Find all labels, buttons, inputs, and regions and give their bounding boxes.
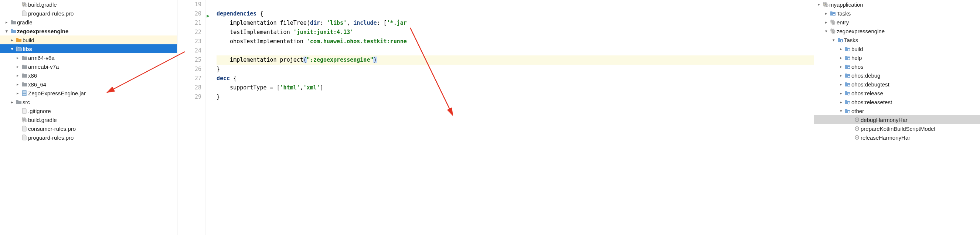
- code-line[interactable]: testImplementation 'junit:junit:4.13': [216, 28, 814, 37]
- file-icon: [21, 125, 28, 132]
- tree-item-label: arm64-v8a: [28, 55, 55, 61]
- tree-item-label: Tasks: [837, 10, 851, 17]
- elephant-icon: 🐘: [21, 2, 28, 7]
- gradle-tree-item[interactable]: ▸🐘entry: [814, 18, 980, 27]
- gradle-tree-item[interactable]: ▾other: [814, 106, 980, 115]
- tree-item-label: ohos: [851, 64, 864, 70]
- code-line[interactable]: supportType = ['html','xml']: [216, 83, 814, 92]
- gradle-tree-item[interactable]: ▸ohos:releasetest: [814, 98, 980, 106]
- code-line[interactable]: implementation fileTree(dir: 'libs', inc…: [216, 19, 814, 28]
- expand-arrow-icon[interactable]: ▸: [838, 46, 844, 51]
- gradle-tree-item[interactable]: ▾Tasks: [814, 35, 980, 44]
- gradle-tree-item[interactable]: ▸Tasks: [814, 9, 980, 18]
- expand-arrow-icon[interactable]: ▸: [838, 64, 844, 69]
- project-tree-item[interactable]: ▸x86_64: [0, 80, 177, 89]
- code-editor[interactable]: 1920▶212223242526272829 dependencies { i…: [177, 0, 814, 235]
- run-gutter-icon[interactable]: ▶: [207, 11, 210, 20]
- project-tree-item[interactable]: ▸arm64-v8a: [0, 53, 177, 62]
- gradle-tree-item[interactable]: ▸help: [814, 53, 980, 62]
- expand-arrow-icon[interactable]: ▸: [4, 20, 10, 25]
- gradle-tree-item[interactable]: ▸ohos:debug: [814, 71, 980, 80]
- expand-arrow-icon[interactable]: ▾: [4, 29, 10, 33]
- gradle-tree-item[interactable]: ▾🐘myapplication: [814, 0, 980, 9]
- expand-arrow-icon[interactable]: ▸: [838, 73, 844, 78]
- expand-arrow-icon[interactable]: ▾: [838, 109, 844, 113]
- folder-gear-icon: [844, 64, 851, 69]
- folder-grey-icon: [21, 64, 28, 69]
- expand-arrow-icon[interactable]: ▾: [823, 29, 829, 33]
- code-line[interactable]: dependencies {: [216, 9, 814, 19]
- git-icon: [21, 108, 28, 114]
- project-tree-item[interactable]: 🐘build.gradle: [0, 115, 177, 124]
- project-tree-item[interactable]: ▸src: [0, 98, 177, 106]
- expand-arrow-icon[interactable]: ▾: [9, 46, 15, 51]
- code-line[interactable]: }: [216, 92, 814, 102]
- folder-grey-icon: [15, 99, 22, 105]
- project-tree-item[interactable]: ▾zegoexpressengine: [0, 27, 177, 35]
- gradle-tree-item[interactable]: ▸ohos:debugtest: [814, 80, 980, 89]
- expand-arrow-icon[interactable]: ▸: [15, 56, 21, 60]
- svg-point-8: [848, 75, 850, 78]
- expand-arrow-icon[interactable]: ▸: [838, 82, 844, 87]
- elephant-icon: 🐘: [21, 117, 28, 123]
- tree-item-label: build: [851, 46, 863, 52]
- tree-item-label: releaseHarmonyHar: [861, 135, 910, 141]
- project-tree-item[interactable]: ▸x86: [0, 71, 177, 80]
- gradle-tree-item[interactable]: ▸build: [814, 44, 980, 53]
- expand-arrow-icon[interactable]: ▾: [831, 38, 837, 43]
- code-line[interactable]: implementation project(":zegoexpressengi…: [216, 56, 814, 65]
- code-line[interactable]: [216, 46, 814, 56]
- expand-arrow-icon[interactable]: ▸: [15, 82, 21, 87]
- line-number: 29: [177, 92, 201, 102]
- folder-blue-icon: [15, 46, 22, 51]
- tree-item-label: x86: [28, 72, 37, 79]
- expand-arrow-icon[interactable]: ▸: [838, 56, 844, 60]
- svg-point-12: [848, 111, 850, 113]
- expand-arrow-icon[interactable]: ▸: [823, 11, 829, 16]
- code-line[interactable]: [216, 0, 814, 9]
- expand-arrow-icon[interactable]: ▸: [823, 20, 829, 25]
- tree-item-label: libs: [22, 46, 32, 52]
- project-tree-item[interactable]: .gitignore: [0, 106, 177, 115]
- tree-item-label: ZegoExpressEngine.jar: [28, 90, 86, 97]
- elephant-icon: 🐘: [829, 19, 837, 25]
- project-tree-panel: 🐘build.gradleproguard-rules.pro▸gradle▾z…: [0, 0, 177, 235]
- expand-arrow-icon[interactable]: ▸: [9, 38, 15, 43]
- project-tree-item[interactable]: consumer-rules.pro: [0, 124, 177, 133]
- project-tree-item[interactable]: ▸ZegoExpressEngine.jar: [0, 89, 177, 98]
- gradle-tree-item[interactable]: prepareKotlinBuildScriptModel: [814, 124, 980, 133]
- expand-arrow-icon[interactable]: ▸: [15, 91, 21, 96]
- project-tree-item[interactable]: ▾libs: [0, 44, 177, 53]
- gear-icon: [853, 135, 861, 140]
- project-tree-item[interactable]: ▸build: [0, 35, 177, 44]
- gradle-tree-item[interactable]: ▸ohos: [814, 62, 980, 71]
- tree-item-label: ohos:debugtest: [851, 81, 889, 87]
- gradle-tree-item[interactable]: ▾🐘zegoexpressengine: [814, 27, 980, 35]
- expand-arrow-icon[interactable]: ▸: [15, 73, 21, 78]
- folder-blue-icon: [10, 29, 17, 33]
- folder-gear-icon: [829, 11, 837, 16]
- code-line[interactable]: decc {: [216, 74, 814, 83]
- code-line[interactable]: ohosTestImplementation 'com.huawei.ohos.…: [216, 37, 814, 46]
- expand-arrow-icon[interactable]: ▸: [9, 100, 15, 105]
- expand-arrow-icon[interactable]: ▸: [15, 64, 21, 69]
- folder-grey-icon: [21, 73, 28, 78]
- project-tree-item[interactable]: proguard-rules.pro: [0, 9, 177, 18]
- svg-point-4: [840, 40, 843, 42]
- gradle-tree-item[interactable]: debugHarmonyHar: [814, 115, 980, 124]
- project-tree-item[interactable]: ▸gradle: [0, 18, 177, 27]
- project-tree-item[interactable]: ▸armeabi-v7a: [0, 62, 177, 71]
- expand-arrow-icon[interactable]: ▾: [816, 2, 822, 7]
- tree-item-label: proguard-rules.pro: [28, 10, 73, 17]
- folder-gear-icon: [844, 46, 851, 51]
- gradle-tree-item[interactable]: releaseHarmonyHar: [814, 133, 980, 142]
- expand-arrow-icon[interactable]: ▸: [838, 91, 844, 96]
- line-number: 25: [177, 56, 201, 65]
- tree-item-label: build.gradle: [28, 2, 57, 8]
- expand-arrow-icon[interactable]: ▸: [838, 100, 844, 105]
- folder-gear-icon: [844, 91, 851, 96]
- project-tree-item[interactable]: 🐘build.gradle: [0, 0, 177, 9]
- project-tree-item[interactable]: proguard-rules.pro: [0, 133, 177, 142]
- code-line[interactable]: }: [216, 65, 814, 74]
- gradle-tree-item[interactable]: ▸ohos:release: [814, 89, 980, 98]
